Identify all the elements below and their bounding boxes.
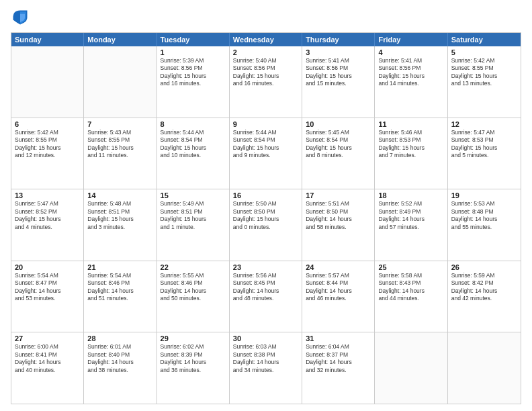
calendar-day-cell: 16Sunrise: 5:50 AM Sunset: 8:50 PM Dayli… <box>230 189 302 261</box>
day-number: 31 <box>306 334 371 342</box>
calendar-day-cell: 29Sunrise: 6:02 AM Sunset: 8:39 PM Dayli… <box>157 332 230 404</box>
calendar-day-cell: 21Sunrise: 5:54 AM Sunset: 8:46 PM Dayli… <box>84 261 157 332</box>
day-info: Sunrise: 6:00 AM Sunset: 8:41 PM Dayligh… <box>15 343 61 373</box>
calendar-day-cell: 6Sunrise: 5:42 AM Sunset: 8:55 PM Daylig… <box>11 118 84 189</box>
day-info: Sunrise: 5:41 AM Sunset: 8:56 PM Dayligh… <box>378 57 425 87</box>
calendar-day-cell: 12Sunrise: 5:47 AM Sunset: 8:53 PM Dayli… <box>448 118 521 189</box>
day-number: 16 <box>233 191 298 199</box>
calendar-day-cell: 11Sunrise: 5:46 AM Sunset: 8:53 PM Dayli… <box>375 118 447 189</box>
day-info: Sunrise: 5:59 AM Sunset: 8:42 PM Dayligh… <box>451 272 498 302</box>
day-info: Sunrise: 6:02 AM Sunset: 8:39 PM Dayligh… <box>161 343 207 373</box>
day-number: 24 <box>306 263 371 271</box>
day-number: 2 <box>233 48 298 56</box>
day-info: Sunrise: 5:49 AM Sunset: 8:51 PM Dayligh… <box>161 200 207 230</box>
calendar-day-cell: 27Sunrise: 6:00 AM Sunset: 8:41 PM Dayli… <box>11 332 84 404</box>
day-number: 18 <box>378 191 443 199</box>
calendar-header-day: Tuesday <box>157 33 230 46</box>
calendar-day-cell: 20Sunrise: 5:54 AM Sunset: 8:47 PM Dayli… <box>11 261 84 332</box>
day-number: 21 <box>87 263 152 271</box>
calendar: SundayMondayTuesdayWednesdayThursdayFrid… <box>11 32 521 404</box>
day-number: 10 <box>306 120 371 128</box>
calendar-week-row: 27Sunrise: 6:00 AM Sunset: 8:41 PM Dayli… <box>11 332 521 404</box>
day-number: 1 <box>161 48 226 56</box>
calendar-header-day: Monday <box>84 33 157 46</box>
calendar-empty-cell <box>448 332 521 404</box>
page: SundayMondayTuesdayWednesdayThursdayFrid… <box>0 0 532 411</box>
day-number: 4 <box>378 48 443 56</box>
calendar-week-row: 13Sunrise: 5:47 AM Sunset: 8:52 PM Dayli… <box>11 189 521 261</box>
day-info: Sunrise: 5:42 AM Sunset: 8:55 PM Dayligh… <box>451 57 498 87</box>
day-number: 12 <box>451 120 517 128</box>
day-info: Sunrise: 5:48 AM Sunset: 8:51 PM Dayligh… <box>87 200 134 230</box>
calendar-day-cell: 10Sunrise: 5:45 AM Sunset: 8:54 PM Dayli… <box>302 118 375 189</box>
day-info: Sunrise: 5:54 AM Sunset: 8:46 PM Dayligh… <box>87 272 134 302</box>
day-number: 26 <box>451 263 517 271</box>
day-number: 29 <box>161 334 226 342</box>
calendar-header-day: Thursday <box>302 33 375 46</box>
calendar-header-day: Sunday <box>11 33 84 46</box>
calendar-day-cell: 15Sunrise: 5:49 AM Sunset: 8:51 PM Dayli… <box>157 189 230 261</box>
calendar-day-cell: 30Sunrise: 6:03 AM Sunset: 8:38 PM Dayli… <box>230 332 302 404</box>
header <box>11 8 521 27</box>
day-info: Sunrise: 5:42 AM Sunset: 8:55 PM Dayligh… <box>15 129 61 158</box>
calendar-day-cell: 4Sunrise: 5:41 AM Sunset: 8:56 PM Daylig… <box>375 46 447 118</box>
calendar-week-row: 1Sunrise: 5:39 AM Sunset: 8:56 PM Daylig… <box>11 46 521 118</box>
day-info: Sunrise: 5:58 AM Sunset: 8:43 PM Dayligh… <box>378 272 425 302</box>
day-number: 20 <box>15 263 80 271</box>
calendar-header-day: Wednesday <box>230 33 302 46</box>
day-info: Sunrise: 6:04 AM Sunset: 8:37 PM Dayligh… <box>306 343 352 373</box>
day-info: Sunrise: 5:44 AM Sunset: 8:54 PM Dayligh… <box>233 129 279 158</box>
day-info: Sunrise: 5:46 AM Sunset: 8:53 PM Dayligh… <box>378 129 425 158</box>
day-info: Sunrise: 5:57 AM Sunset: 8:44 PM Dayligh… <box>306 272 352 302</box>
day-number: 8 <box>161 120 226 128</box>
day-info: Sunrise: 5:40 AM Sunset: 8:56 PM Dayligh… <box>233 57 279 87</box>
calendar-day-cell: 25Sunrise: 5:58 AM Sunset: 8:43 PM Dayli… <box>375 261 447 332</box>
calendar-day-cell: 1Sunrise: 5:39 AM Sunset: 8:56 PM Daylig… <box>157 46 230 118</box>
day-info: Sunrise: 5:50 AM Sunset: 8:50 PM Dayligh… <box>233 200 279 230</box>
day-number: 7 <box>87 120 152 128</box>
logo-icon <box>11 8 30 27</box>
calendar-day-cell: 26Sunrise: 5:59 AM Sunset: 8:42 PM Dayli… <box>448 261 521 332</box>
day-info: Sunrise: 5:41 AM Sunset: 8:56 PM Dayligh… <box>306 57 352 87</box>
day-number: 23 <box>233 263 298 271</box>
calendar-day-cell: 24Sunrise: 5:57 AM Sunset: 8:44 PM Dayli… <box>302 261 375 332</box>
logo <box>11 8 32 27</box>
calendar-empty-cell <box>375 332 447 404</box>
day-number: 30 <box>233 334 298 342</box>
calendar-day-cell: 28Sunrise: 6:01 AM Sunset: 8:40 PM Dayli… <box>84 332 157 404</box>
day-info: Sunrise: 5:44 AM Sunset: 8:54 PM Dayligh… <box>161 129 207 158</box>
day-number: 15 <box>161 191 226 199</box>
calendar-empty-cell <box>11 46 84 118</box>
calendar-header-day: Friday <box>375 33 447 46</box>
day-info: Sunrise: 6:03 AM Sunset: 8:38 PM Dayligh… <box>233 343 279 373</box>
calendar-header-day: Saturday <box>448 33 521 46</box>
day-info: Sunrise: 5:55 AM Sunset: 8:46 PM Dayligh… <box>161 272 207 302</box>
calendar-day-cell: 3Sunrise: 5:41 AM Sunset: 8:56 PM Daylig… <box>302 46 375 118</box>
day-info: Sunrise: 5:39 AM Sunset: 8:56 PM Dayligh… <box>161 57 207 87</box>
day-info: Sunrise: 6:01 AM Sunset: 8:40 PM Dayligh… <box>87 343 134 373</box>
calendar-week-row: 6Sunrise: 5:42 AM Sunset: 8:55 PM Daylig… <box>11 118 521 189</box>
calendar-day-cell: 13Sunrise: 5:47 AM Sunset: 8:52 PM Dayli… <box>11 189 84 261</box>
day-number: 9 <box>233 120 298 128</box>
day-number: 27 <box>15 334 80 342</box>
day-number: 19 <box>451 191 517 199</box>
calendar-day-cell: 9Sunrise: 5:44 AM Sunset: 8:54 PM Daylig… <box>230 118 302 189</box>
calendar-day-cell: 5Sunrise: 5:42 AM Sunset: 8:55 PM Daylig… <box>448 46 521 118</box>
day-info: Sunrise: 5:54 AM Sunset: 8:47 PM Dayligh… <box>15 272 61 302</box>
calendar-day-cell: 8Sunrise: 5:44 AM Sunset: 8:54 PM Daylig… <box>157 118 230 189</box>
calendar-day-cell: 14Sunrise: 5:48 AM Sunset: 8:51 PM Dayli… <box>84 189 157 261</box>
calendar-day-cell: 31Sunrise: 6:04 AM Sunset: 8:37 PM Dayli… <box>302 332 375 404</box>
calendar-day-cell: 7Sunrise: 5:43 AM Sunset: 8:55 PM Daylig… <box>84 118 157 189</box>
calendar-body: 1Sunrise: 5:39 AM Sunset: 8:56 PM Daylig… <box>11 46 521 404</box>
day-number: 28 <box>87 334 152 342</box>
day-info: Sunrise: 5:47 AM Sunset: 8:52 PM Dayligh… <box>15 200 61 230</box>
day-info: Sunrise: 5:52 AM Sunset: 8:49 PM Dayligh… <box>378 200 425 230</box>
calendar-day-cell: 2Sunrise: 5:40 AM Sunset: 8:56 PM Daylig… <box>230 46 302 118</box>
calendar-empty-cell <box>84 46 157 118</box>
calendar-day-cell: 22Sunrise: 5:55 AM Sunset: 8:46 PM Dayli… <box>157 261 230 332</box>
day-number: 17 <box>306 191 371 199</box>
day-number: 25 <box>378 263 443 271</box>
day-number: 14 <box>87 191 152 199</box>
calendar-day-cell: 17Sunrise: 5:51 AM Sunset: 8:50 PM Dayli… <box>302 189 375 261</box>
day-info: Sunrise: 5:43 AM Sunset: 8:55 PM Dayligh… <box>87 129 134 158</box>
